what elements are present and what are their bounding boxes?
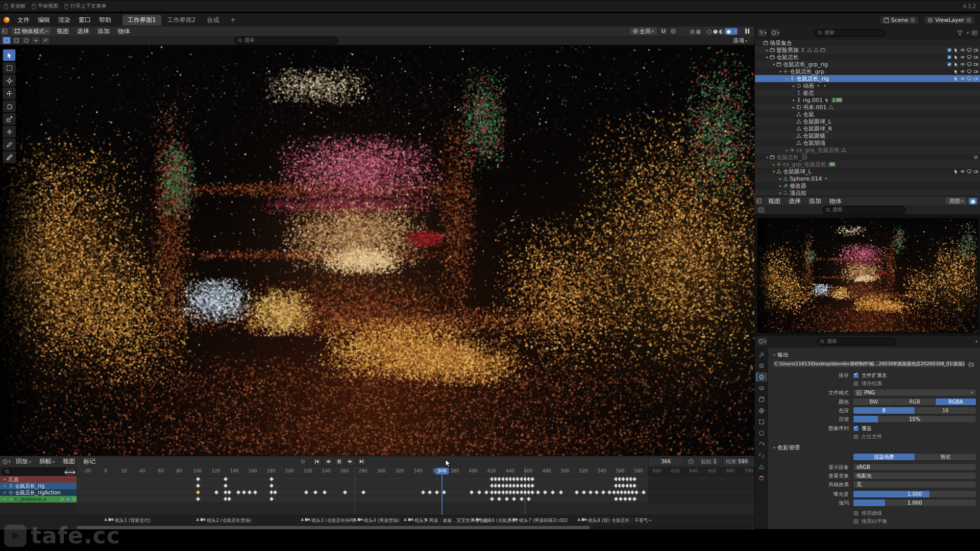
cm-slider-control[interactable]: 1.000 (853, 499, 976, 507)
keyframe-area[interactable] (77, 476, 754, 503)
outliner-row-仓鼠眼球_L[interactable]: 仓鼠眼球_L (755, 118, 980, 125)
cache-result-checkbox[interactable] (853, 381, 859, 387)
select-mode-1-button[interactable] (2, 36, 11, 44)
expand-caret[interactable]: ▾ (765, 55, 770, 60)
checkbox-使用白平衡[interactable] (853, 518, 859, 524)
menu-1[interactable]: 编辑 (34, 16, 54, 24)
toggle-check-icon[interactable] (947, 55, 952, 60)
channel-filter-button[interactable]: ⟷ (65, 468, 75, 476)
prop-tab-data[interactable] (756, 462, 767, 471)
expand-caret[interactable]: ▸ (791, 84, 796, 88)
outliner-row-仓鼠店长_grp_rig[interactable]: ▾仓鼠店长_grp_rig (755, 61, 980, 68)
tool-annotate[interactable] (3, 138, 16, 151)
toggle-cursor-icon[interactable] (953, 69, 959, 74)
compression-slider[interactable]: 15% (853, 415, 976, 423)
expand-caret[interactable]: ▸ (791, 98, 796, 103)
outliner-row-姿态[interactable]: 姿态 (755, 89, 980, 96)
select-mode-2-button[interactable] (12, 36, 21, 44)
timeline-ruler[interactable]: -200204060801001201401601802002202402602… (77, 467, 754, 477)
toggle-eye-icon[interactable] (960, 47, 965, 53)
channel-screen-icon[interactable] (72, 497, 77, 502)
outliner-display-mode-button[interactable]: ▾ (771, 29, 780, 37)
viewport-search-input[interactable]: 搜索 (234, 37, 338, 44)
preview-search-input[interactable]: 搜索 (822, 206, 906, 214)
properties-editor-type-button[interactable]: ▾ (758, 337, 767, 345)
prop-tab-viewlayer[interactable] (756, 384, 767, 393)
preview-orientation[interactable]: 局部▾ (946, 197, 966, 205)
toggle-camera-icon[interactable] (973, 62, 978, 67)
pv-menus-item-3[interactable]: 物体 (825, 197, 846, 206)
depth-option-16[interactable]: 16 (915, 407, 976, 414)
expand-caret[interactable]: ▾ (778, 69, 783, 74)
channel-rig[interactable]: ▾仓鼠店长_rig (0, 483, 77, 489)
folder-icon[interactable] (967, 360, 976, 368)
toggle-cursor-icon[interactable] (953, 47, 959, 53)
cm-value-查看变换[interactable]: 电影光 (853, 472, 976, 480)
properties-search-input[interactable]: 搜索 (817, 338, 896, 345)
outliner-row-仓鼠店长[interactable]: ▾仓鼠店长 (755, 54, 980, 61)
outliner-filter-icon[interactable] (972, 30, 977, 36)
shading-rendered-icon[interactable]: ◉ ▾ (725, 28, 738, 35)
outliner-row-仓鼠眼球_L[interactable]: ▾仓鼠眼球_L (755, 168, 980, 175)
color-option-RGB[interactable]: RGB (894, 398, 935, 405)
overwrite-checkbox[interactable] (853, 425, 859, 432)
use-preview-range-icon[interactable] (688, 459, 694, 464)
menu-4[interactable]: 帮助 (95, 16, 115, 24)
expand-caret[interactable]: ▾ (771, 169, 776, 174)
prop-tab-scene[interactable] (756, 395, 767, 404)
frame-end-field[interactable]: 结束590 (722, 457, 751, 466)
outliner-row-cs_grp_仓鼠店长[interactable]: ▸cs_grp_仓鼠店长 (755, 146, 980, 154)
checkbox-使用曲线[interactable] (853, 510, 859, 516)
timeline-menu-1[interactable]: 插帧▾ (35, 457, 59, 466)
cm-value-风格效果[interactable]: 无 (853, 481, 976, 488)
workspace-tab-3[interactable]: 合成 (202, 15, 224, 26)
expand-caret[interactable]: ▸ (778, 184, 783, 188)
scene-selector[interactable]: Scene (880, 16, 919, 24)
menu-2[interactable]: 渲染 (54, 16, 75, 24)
vp-menus-item-1[interactable]: 选择 (73, 27, 93, 36)
file-format-dropdown[interactable]: PNG ▾ (853, 389, 976, 396)
prop-tab-material[interactable] (756, 473, 767, 483)
jump-start-button[interactable] (312, 458, 322, 466)
preview-select-mode-button[interactable] (756, 206, 766, 214)
channel-search-input[interactable] (2, 468, 71, 475)
show-gizmo-icon[interactable]: ◎ (690, 28, 695, 35)
expand-caret[interactable]: ▾ (771, 62, 776, 67)
vp-menus-item-3[interactable]: 物体 (114, 27, 134, 36)
marker-7[interactable]: ▲镜头7 (男孩回答2).002 (508, 517, 568, 524)
timeline-menu-3[interactable]: 标记 (79, 457, 100, 466)
transform-orientation[interactable]: 全局 ▾ (630, 28, 657, 35)
expand-caret[interactable]: ▸ (791, 105, 796, 110)
output-section-header[interactable]: ▾输出 (772, 351, 789, 359)
toggle-camera-icon[interactable] (973, 76, 978, 81)
channel-summary[interactable]: ▾汇总 (0, 476, 77, 483)
outliner-row-仓鼠[interactable]: 仓鼠 (755, 111, 980, 118)
toggle-screen-icon[interactable] (967, 47, 972, 53)
cm-tab-渲染场景[interactable]: 渲染场景 (853, 454, 915, 460)
toggle-eye-icon[interactable] (960, 55, 965, 60)
tool-measure[interactable] (3, 151, 16, 163)
cm-value-显示设备[interactable]: sRGB (853, 463, 976, 471)
outliner-row-rig.001[interactable]: ▸rig.0012.88 (755, 96, 980, 104)
select-mode-3-button[interactable] (21, 36, 31, 44)
outliner-row-Sphere.014[interactable]: ▸Sphere.014 (755, 175, 980, 182)
expand-caret[interactable]: ▸ (785, 148, 790, 153)
jump-end-button[interactable] (357, 458, 366, 466)
3d-viewport[interactable] (0, 45, 754, 456)
current-frame-field[interactable]: 366 (648, 457, 684, 466)
toggle-screen-icon[interactable] (967, 69, 972, 74)
properties-options-caret[interactable]: ▾ (975, 339, 977, 344)
color-management-section-header[interactable]: ▾色彩管理 (772, 444, 800, 452)
channel-fcurve[interactable]: ▾c_jawbone.x (0, 496, 77, 503)
expand-caret[interactable]: ▸ (778, 177, 783, 181)
preview-editor-type-button[interactable] (754, 197, 764, 205)
mode-selector[interactable]: 物体模式 ▾ (12, 28, 51, 35)
pv-menus-item-2[interactable]: 添加 (805, 197, 825, 206)
expand-caret[interactable]: ▸ (765, 48, 770, 53)
toggle-check-icon[interactable] (973, 155, 978, 160)
pause-button[interactable] (335, 458, 344, 466)
tool-tweak-select[interactable] (3, 49, 16, 61)
expand-caret[interactable]: ▾ (2, 497, 7, 502)
color-option-BW[interactable]: BW (853, 398, 894, 405)
toggle-camera-icon[interactable] (973, 169, 978, 174)
